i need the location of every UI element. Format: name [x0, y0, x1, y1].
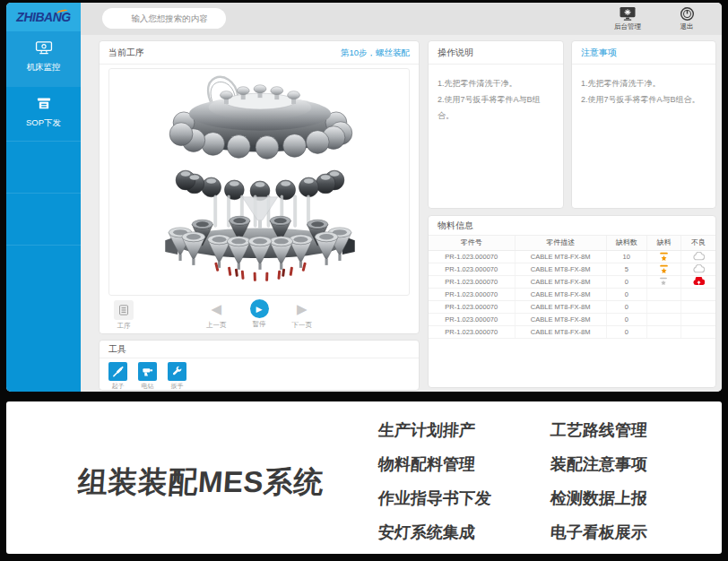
sidebar-divider: [6, 141, 81, 142]
feature-item: 生产计划排产: [377, 413, 493, 447]
shortage-alert-icon[interactable]: [659, 252, 669, 262]
operation-line: 2.使用7号扳手将零件A与B组合。: [438, 91, 554, 124]
drill-icon: [142, 366, 153, 377]
table-row: PR-1.023.000070 CABLE MT8-FX-8M 10: [429, 250, 715, 263]
feature-item: 物料配料管理: [377, 447, 493, 481]
page-canvas: ZHIBANG 机床监控 SOP下发: [0, 0, 728, 561]
mes-app-window: ZHIBANG 机床监控 SOP下发: [6, 3, 722, 392]
defect-upload-cloud-icon[interactable]: [693, 277, 705, 286]
footer-banner: 组装装配MES系统 生产计划排产 物料配料管理 作业指导书下发 安灯系统集成 工…: [6, 401, 722, 554]
sidebar-divider: [6, 193, 81, 194]
process-list-button[interactable]: 工序: [110, 300, 137, 331]
sidebar-item-sop-dispatch[interactable]: SOP下发: [6, 87, 81, 142]
player-controls: 工序 ◀ 上一页 ▶ 暂停 ▶ 下一页: [108, 299, 410, 332]
tool-wrench[interactable]: 扳手: [168, 362, 186, 391]
panel-title: 注意事项: [581, 41, 617, 64]
wrench-icon: [171, 366, 183, 377]
operation-line: 1.先把零件清洗干净。: [438, 75, 554, 91]
logout-button[interactable]: 退出: [663, 6, 710, 30]
operation-panel: 操作说明 1.先把零件清洗干净。 2.使用7号扳手将零件A与B组合。: [428, 40, 564, 209]
feature-item: 检测数据上报: [550, 481, 649, 515]
notice-line: 1.先把零件清洗干净。: [581, 75, 706, 91]
search-input[interactable]: [110, 13, 229, 23]
process-list-label: 工序: [110, 322, 137, 331]
notice-line: 2.使用7号扳手将零件A与B组合。: [581, 91, 706, 108]
tools-panel: 工具 起子: [99, 340, 420, 391]
admin-button[interactable]: 后台管理: [604, 6, 651, 30]
sidebar-item-machine-monitor[interactable]: 机床监控: [6, 31, 81, 87]
panel-title: 操作说明: [438, 41, 473, 64]
tool-drill[interactable]: 电钻: [138, 362, 157, 391]
main-content: 当前工序 第10步，螺丝装配: [81, 35, 722, 392]
panel-title: 物料信息: [438, 216, 473, 236]
sidebar-item-label: SOP下发: [6, 117, 81, 129]
sidebar-divider: [6, 245, 81, 246]
feature-item: 安灯系统集成: [377, 515, 493, 549]
prev-icon: ◀: [206, 299, 227, 319]
shortage-alert-icon[interactable]: [659, 264, 669, 274]
product-exploded-view-image: [109, 69, 410, 295]
feature-item: 电子看板展示: [550, 515, 649, 549]
sop-dispatch-icon: [35, 97, 53, 110]
next-icon: ▶: [292, 299, 313, 319]
prev-page-button[interactable]: ◀ 上一页: [206, 299, 227, 330]
feature-item: 装配注意事项: [550, 447, 649, 481]
search-box[interactable]: [102, 8, 226, 29]
screwdriver-icon: [112, 366, 124, 377]
table-row: PR-1.023.000070 CABLE MT8-FX-8M 0: [429, 275, 715, 288]
material-table: 零件号 零件描述 缺料数 缺料 不良 PR-1.023.000070 CABLE…: [429, 236, 715, 339]
topbar: 后台管理 退出: [81, 3, 722, 35]
product-title: 组装装配MES系统: [51, 462, 350, 503]
next-page-button[interactable]: ▶ 下一页: [292, 299, 313, 330]
shortage-alert-icon-disabled[interactable]: [659, 277, 668, 286]
logout-label: 退出: [680, 22, 694, 30]
sidebar: 机床监控 SOP下发: [6, 31, 81, 392]
pause-button[interactable]: ▶ 暂停: [250, 299, 269, 330]
table-row: PR-1.023.000070 CABLE MT8-FX-8M 0: [429, 288, 715, 300]
app-logo: ZHIBANG: [6, 3, 81, 31]
power-icon: [680, 6, 695, 22]
sidebar-item-label: 机床监控: [6, 62, 81, 73]
play-icon: ▶: [250, 299, 269, 318]
feature-list-right: 工艺路线管理 装配注意事项 检测数据上报 电子看板展示: [550, 413, 647, 549]
table-row: PR-1.023.000070 CABLE MT8-FX-8M 0: [429, 325, 715, 338]
defect-cloud-icon[interactable]: [693, 264, 705, 273]
panel-title: 工具: [108, 341, 126, 358]
table-row: PR-1.023.000070 CABLE MT8-FX-8M 5: [429, 263, 715, 275]
feature-item: 作业指导书下发: [377, 481, 493, 515]
feature-item: 工艺路线管理: [550, 413, 649, 447]
process-list-icon: [118, 305, 129, 315]
material-panel: 物料信息 零件号 零件描述 缺料数 缺料 不良: [428, 215, 716, 388]
feature-list-left: 生产计划排产 物料配料管理 作业指导书下发 安灯系统集成: [378, 413, 491, 549]
notice-panel: 注意事项 1.先把零件清洗干净。 2.使用7号扳手将零件A与B组合。: [571, 40, 716, 209]
panel-title: 当前工序: [108, 41, 144, 64]
tool-screwdriver[interactable]: 起子: [108, 362, 127, 391]
machine-monitor-icon: [35, 41, 53, 55]
defect-cloud-icon[interactable]: [693, 252, 705, 261]
product-image-frame: [108, 68, 410, 296]
table-row: PR-1.023.000070 CABLE MT8-FX-8M 0: [429, 300, 715, 313]
monitor-gear-icon: [619, 6, 637, 22]
step-indicator[interactable]: 第10步，螺丝装配: [341, 41, 410, 64]
admin-label: 后台管理: [614, 22, 641, 30]
table-header-row: 零件号 零件描述 缺料数 缺料 不良: [429, 236, 715, 250]
current-process-panel: 当前工序 第10步，螺丝装配: [99, 40, 420, 334]
table-row: PR-1.023.000070 CABLE MT8-FX-8M 0: [429, 313, 715, 325]
